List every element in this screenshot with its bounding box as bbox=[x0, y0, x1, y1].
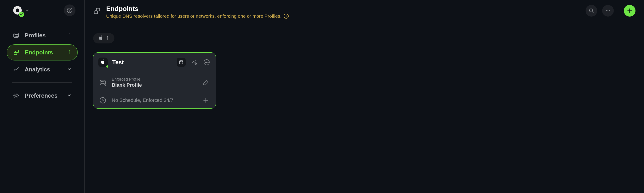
enforced-profile-label: Enforced Profile bbox=[112, 77, 196, 82]
endpoints-icon bbox=[93, 7, 101, 16]
endpoints-icon bbox=[13, 49, 20, 56]
edit-profile-button[interactable] bbox=[202, 78, 210, 87]
sidebar: Profiles 1 Endpoints 1 Analytics bbox=[0, 0, 85, 193]
sidebar-item-preferences[interactable]: Preferences bbox=[7, 88, 78, 104]
svg-rect-2 bbox=[14, 33, 18, 38]
chevron-down-icon bbox=[67, 92, 72, 99]
svg-point-14 bbox=[606, 10, 607, 11]
filter-chip-count: 1 bbox=[106, 35, 109, 42]
app-logo[interactable] bbox=[12, 5, 22, 15]
enforced-profile-value: Blank Profile bbox=[112, 82, 196, 88]
page-subtitle: Unique DNS resolvers tailored for users … bbox=[106, 14, 282, 19]
svg-line-13 bbox=[592, 12, 594, 13]
apple-icon bbox=[101, 59, 105, 65]
clock-icon bbox=[99, 97, 106, 104]
sidebar-item-analytics[interactable]: Analytics bbox=[7, 61, 78, 78]
gear-icon bbox=[13, 92, 20, 99]
svg-point-9 bbox=[15, 95, 17, 96]
card-row-profile: Enforced Profile Blank Profile bbox=[94, 73, 216, 92]
status-ok-badge bbox=[19, 12, 24, 17]
header-actions bbox=[586, 5, 636, 16]
page-header: Endpoints Unique DNS resolvers tailored … bbox=[93, 5, 636, 19]
sidebar-item-count: 1 bbox=[68, 32, 72, 38]
filter-chip-apple[interactable]: 1 bbox=[93, 33, 114, 44]
divider bbox=[619, 6, 619, 16]
card-header: Test bbox=[94, 52, 216, 73]
endpoint-avatar bbox=[98, 58, 108, 67]
svg-rect-8 bbox=[14, 52, 17, 55]
install-button[interactable] bbox=[177, 58, 186, 67]
svg-point-15 bbox=[608, 10, 608, 11]
svg-point-23 bbox=[206, 62, 207, 62]
chevron-down-icon bbox=[67, 66, 72, 72]
search-button[interactable] bbox=[586, 5, 597, 16]
svg-point-16 bbox=[609, 10, 610, 11]
sidebar-header bbox=[0, 4, 84, 27]
svg-point-27 bbox=[102, 81, 102, 82]
svg-rect-11 bbox=[94, 11, 98, 14]
add-endpoint-button[interactable] bbox=[624, 5, 636, 16]
profile-icon bbox=[99, 79, 106, 86]
sidebar-item-label: Preferences bbox=[25, 92, 58, 99]
sliders-icon bbox=[13, 32, 20, 38]
sidebar-item-profiles[interactable]: Profiles 1 bbox=[7, 27, 78, 44]
card-row-schedule: No Schedule, Enforced 24/7 bbox=[94, 92, 216, 108]
schedule-text: No Schedule, Enforced 24/7 bbox=[112, 98, 196, 103]
help-button[interactable] bbox=[64, 4, 76, 16]
svg-rect-7 bbox=[16, 50, 18, 52]
analytics-button[interactable] bbox=[190, 58, 198, 66]
page-title: Endpoints bbox=[106, 5, 289, 12]
more-options-button[interactable] bbox=[602, 5, 614, 16]
svg-point-29 bbox=[103, 83, 104, 84]
info-icon[interactable]: i bbox=[284, 14, 289, 18]
sidebar-item-endpoints[interactable]: Endpoints 1 bbox=[7, 44, 78, 60]
apple-icon bbox=[98, 35, 103, 42]
sidebar-item-label: Analytics bbox=[25, 66, 50, 73]
svg-point-6 bbox=[16, 36, 18, 37]
account-switcher-chevron[interactable] bbox=[25, 8, 30, 12]
svg-point-24 bbox=[208, 62, 208, 62]
status-dot bbox=[106, 66, 108, 68]
svg-rect-10 bbox=[96, 8, 100, 11]
endpoint-name: Test bbox=[112, 59, 172, 66]
chart-line-icon bbox=[13, 66, 20, 72]
sidebar-item-count: 1 bbox=[68, 49, 71, 56]
card-more-button[interactable] bbox=[203, 58, 211, 66]
svg-point-22 bbox=[205, 62, 206, 62]
add-schedule-button[interactable] bbox=[202, 96, 210, 104]
main-content: Endpoints Unique DNS resolvers tailored … bbox=[85, 0, 644, 193]
endpoint-card[interactable]: Test bbox=[93, 52, 216, 108]
sidebar-item-label: Profiles bbox=[25, 32, 46, 39]
filter-chips: 1 bbox=[93, 33, 636, 44]
sidebar-nav: Profiles 1 Endpoints 1 Analytics bbox=[0, 27, 84, 104]
svg-point-1 bbox=[70, 12, 70, 12]
sidebar-item-label: Endpoints bbox=[25, 49, 53, 56]
svg-point-4 bbox=[15, 34, 16, 35]
